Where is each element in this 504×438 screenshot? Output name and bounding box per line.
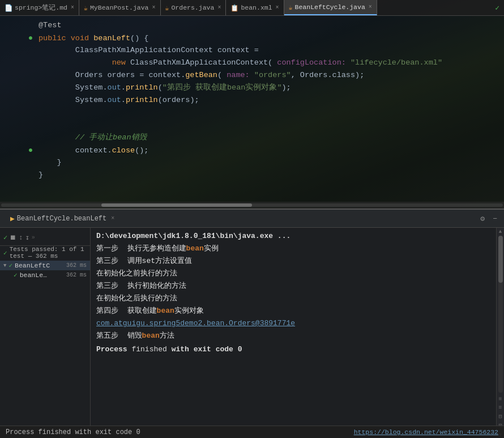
- tree-pass-2: ✓: [14, 271, 18, 279]
- code-3: ClassPathXmlApplicationContext context =: [39, 44, 504, 57]
- editor-area: 📄 spring>笔记.md × ☕ MyBeanPost.java × ☕ O…: [0, 0, 504, 209]
- tab-orders-java[interactable]: ☕ Orders.java ×: [161, 0, 227, 15]
- tree-label-1: BeanLeftC: [15, 262, 50, 269]
- tab-orders-close[interactable]: ×: [217, 5, 221, 11]
- rerun-btn[interactable]: ↕: [19, 234, 23, 242]
- code-4: new ClassPathXmlApplicationContext( conf…: [39, 57, 504, 69]
- code-line-5: Orders orders = context.getBean( name: "…: [0, 69, 504, 82]
- console-line-8[interactable]: com.atguigu.spring5demo2.bean.Orders@389…: [91, 317, 496, 330]
- tab-spring-md-label: spring>笔记.md: [15, 3, 67, 12]
- code-line-7: System.out.println(orders);: [0, 94, 504, 107]
- console-line-1: D:\development\jdk1.8.0_181\bin\java.exe…: [91, 230, 496, 243]
- editor-hscrollbar[interactable]: [0, 202, 504, 209]
- blog-link[interactable]: https://blog.csdn.net/weixin_44756232: [354, 428, 498, 436]
- panel-body: ✓ ⏹ ↕ ↧ » ✓ Tests passed: 1 of 1 test — …: [0, 228, 504, 438]
- sort-btn[interactable]: ↧: [25, 233, 29, 242]
- sb-icon-3[interactable]: ⊟: [498, 413, 502, 420]
- tree-time-2: 362 ms: [66, 272, 87, 278]
- editor-checkmark: ✓: [495, 3, 504, 12]
- scroll-up-btn[interactable]: ▲: [499, 229, 502, 235]
- code-line-11: ● context.close();: [0, 144, 504, 156]
- code-2: public void beanLeft() {: [39, 32, 504, 45]
- java-icon-2: ☕: [165, 4, 169, 12]
- code-line-8: [0, 107, 504, 119]
- tab-mybean-label: MyBeanPost.java: [90, 4, 149, 11]
- icons-2: ●: [23, 32, 39, 44]
- code-line-9: [0, 119, 504, 131]
- console-line-5: 第三步 执行初始化的方法: [91, 280, 496, 292]
- run-icon: ▶: [10, 214, 15, 223]
- tab-mybean-java[interactable]: ☕ MyBeanPost.java ×: [79, 0, 160, 15]
- console-line-3: 第三步 调用set方法设置值: [91, 255, 496, 267]
- code-13: }: [39, 169, 504, 181]
- code-line-4: new ClassPathXmlApplicationContext( conf…: [0, 57, 504, 69]
- tab-bean-xml-close[interactable]: ×: [276, 5, 279, 11]
- code-7: System.out.println(orders);: [39, 94, 504, 107]
- console-line-7: 第四步 获取创建bean实例对象: [91, 305, 496, 317]
- code-line-1: @Test: [0, 19, 504, 32]
- console-line-11: Process finished with exit code 0: [91, 343, 496, 356]
- console-line-4: 在初始化之前执行的方法: [91, 267, 496, 280]
- tab-beanlife-close[interactable]: ×: [369, 4, 372, 10]
- code-line-3: ClassPathXmlApplicationContext context =: [0, 44, 504, 57]
- toolbar-sep: »: [32, 235, 35, 241]
- panel-tab-label: BeanLeftCycle.beanLeft: [17, 215, 106, 223]
- scroll-track[interactable]: [498, 236, 503, 393]
- panel-toolbar: ⚙ −: [478, 210, 504, 228]
- tab-spring-md[interactable]: 📄 spring>笔记.md ×: [0, 0, 79, 15]
- code-1: @Test: [39, 19, 504, 32]
- console-area: D:\development\jdk1.8.0_181\bin\java.exe…: [91, 228, 496, 438]
- scroll-thumb: [498, 236, 503, 283]
- test-panel-left: ✓ ⏹ ↕ ↧ » ✓ Tests passed: 1 of 1 test — …: [0, 228, 91, 438]
- tree-item-beanle[interactable]: ✓ beanLe… 362 ms: [0, 270, 90, 280]
- test-toolbar: ✓ ⏹ ↕ ↧ »: [0, 230, 90, 246]
- code-12: }: [39, 156, 504, 169]
- md-icon: 📄: [5, 4, 12, 12]
- sb-icon-1[interactable]: ≡: [498, 396, 502, 402]
- icons-11: ●: [23, 144, 39, 156]
- process-status-text: Process finished with exit code 0: [6, 428, 140, 436]
- status-pass-icon: ✓: [3, 249, 7, 257]
- code-area: @Test ● public void beanLeft() { ClassPa…: [0, 16, 504, 202]
- java-icon-1: ☕: [84, 4, 88, 12]
- code-6: System.out.println("第四步 获取创建bean实例对象");: [39, 82, 504, 94]
- code-10: // 手动让bean销毁: [39, 131, 504, 144]
- panel-tab-run[interactable]: ▶ BeanLeftCycle.beanLeft ×: [5, 210, 120, 227]
- tab-mybean-close[interactable]: ×: [152, 5, 156, 11]
- console-line-9: 第五步 销毁bean方法: [91, 330, 496, 342]
- code-line-2: ● public void beanLeft() {: [0, 32, 504, 44]
- code-line-12: }: [0, 156, 504, 169]
- tree-item-beanc[interactable]: ▼ ✓ BeanLeftC 362 ms: [0, 261, 90, 270]
- xml-icon: 📋: [230, 4, 238, 12]
- tab-bean-xml-label: bean.xml: [241, 4, 272, 11]
- tree-pass-1: ✓: [8, 262, 12, 269]
- bottom-panel: ▶ BeanLeftCycle.beanLeft × ⚙ − ✓ ⏹ ↕ ↧ »…: [0, 209, 504, 438]
- java-icon-3: ☕: [289, 3, 293, 11]
- code-line-6: System.out.println("第四步 获取创建bean实例对象");: [0, 82, 504, 94]
- hscroll-track: [1, 203, 503, 207]
- status-text: Tests passed: 1 of 1 test — 362 ms: [10, 246, 87, 260]
- panel-tab-bar: ▶ BeanLeftCycle.beanLeft × ⚙ −: [0, 210, 504, 228]
- test-status-bar: ✓ Tests passed: 1 of 1 test — 362 ms: [0, 246, 90, 260]
- tab-orders-label: Orders.java: [171, 4, 214, 11]
- console-scrollbar: ▲ ≡ ≡ ⊟ ⊡ ▼: [496, 228, 504, 438]
- test-tree: ▼ ✓ BeanLeftC 362 ms ✓ beanLe… 362 ms: [0, 260, 90, 437]
- panel-tab-close[interactable]: ×: [111, 215, 114, 222]
- console-line-2: 第一步 执行无参构造创建bean实例: [91, 243, 496, 255]
- minimize-button[interactable]: −: [490, 214, 499, 224]
- tree-arrow-1: ▼: [3, 263, 6, 269]
- tab-beanlife-label: BeanLeftCycle.java: [295, 3, 365, 11]
- code-11: context.close();: [39, 144, 504, 157]
- sb-icon-2[interactable]: ≡: [498, 405, 502, 411]
- gear-button[interactable]: ⚙: [478, 213, 487, 224]
- pass-icon-toolbar: ✓: [3, 233, 7, 242]
- tab-spring-md-close[interactable]: ×: [71, 5, 74, 11]
- stop-btn[interactable]: ⏹: [10, 233, 16, 242]
- tab-beanlife-java[interactable]: ☕ BeanLeftCycle.java ×: [284, 0, 377, 15]
- tree-label-2: beanLe…: [20, 271, 47, 279]
- code-5: Orders orders = context.getBean( name: "…: [39, 69, 504, 82]
- console-line-6: 在初始化之后执行的方法: [91, 292, 496, 305]
- hscroll-thumb[interactable]: [101, 203, 252, 207]
- status-bar: Process finished with exit code 0 https:…: [0, 426, 504, 438]
- tab-bean-xml[interactable]: 📋 bean.xml ×: [226, 0, 284, 15]
